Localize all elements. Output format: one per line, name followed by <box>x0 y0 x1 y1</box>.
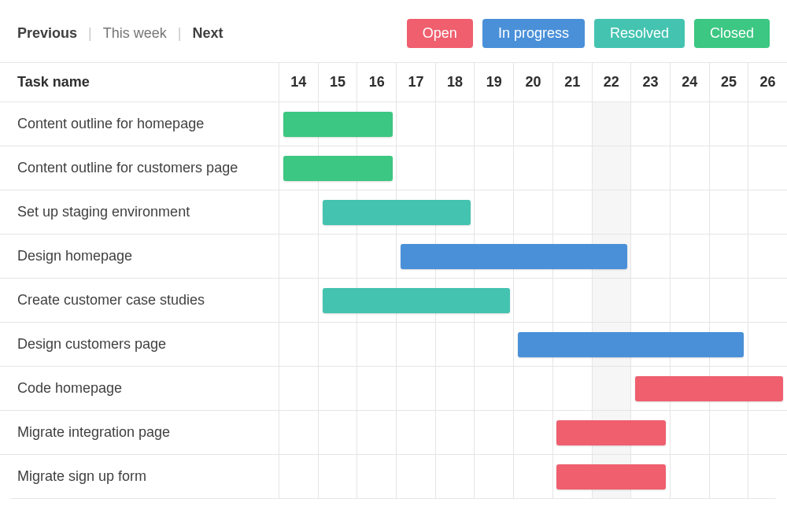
task-bar-area <box>279 146 787 190</box>
task-name[interactable]: Migrate integration page <box>0 411 279 454</box>
task-bar-area <box>279 190 787 234</box>
toolbar: Previous | This week | Next OpenIn progr… <box>0 0 787 62</box>
task-bar[interactable] <box>323 288 510 313</box>
day-headers: 14151617181920212223242526 <box>279 63 787 102</box>
task-row: Create customer case studies <box>0 279 787 323</box>
day-header-19: 19 <box>475 63 514 102</box>
task-bar-area <box>279 367 787 410</box>
task-name[interactable]: Design homepage <box>0 235 279 278</box>
day-header-24: 24 <box>671 63 710 102</box>
task-bar-area <box>279 411 787 454</box>
gantt-chart: Task name 14151617181920212223242526 Con… <box>0 62 787 499</box>
task-bar-area <box>279 323 787 366</box>
task-bar[interactable] <box>556 420 666 445</box>
task-row: Content outline for homepage <box>0 102 787 146</box>
task-bar[interactable] <box>323 200 471 225</box>
task-bar[interactable] <box>556 464 666 490</box>
day-header-16: 16 <box>357 63 397 102</box>
legend-resolved[interactable]: Resolved <box>594 19 685 48</box>
task-name[interactable]: Content outline for customers page <box>0 146 279 190</box>
nav-next[interactable]: Next <box>192 25 223 42</box>
task-name[interactable]: Migrate sign up form <box>0 455 279 498</box>
task-bar[interactable] <box>518 332 745 357</box>
task-name[interactable]: Code homepage <box>0 367 279 410</box>
day-header-22: 22 <box>593 63 632 102</box>
nav-this-week[interactable]: This week <box>103 25 167 42</box>
task-row: Migrate sign up form <box>0 455 787 499</box>
day-header-26: 26 <box>748 63 787 102</box>
task-name[interactable]: Set up staging environment <box>0 190 279 234</box>
day-header-25: 25 <box>710 63 749 102</box>
day-header-18: 18 <box>436 63 475 102</box>
nav-separator: | <box>178 25 182 42</box>
task-name[interactable]: Create customer case studies <box>0 279 279 322</box>
status-legend: OpenIn progressResolvedClosed <box>407 19 770 48</box>
legend-closed[interactable]: Closed <box>694 19 770 48</box>
gantt-view: Previous | This week | Next OpenIn progr… <box>0 0 787 499</box>
task-bar-area <box>279 102 787 146</box>
gantt-body: Content outline for homepageContent outl… <box>0 102 787 499</box>
task-row: Design customers page <box>0 323 787 367</box>
gantt-header-row: Task name 14151617181920212223242526 <box>0 62 787 102</box>
task-bar-area <box>279 279 787 322</box>
legend-in_progress[interactable]: In progress <box>482 19 585 48</box>
task-name-header: Task name <box>0 63 279 102</box>
day-header-23: 23 <box>631 63 671 102</box>
task-row: Set up staging environment <box>0 190 787 235</box>
task-row: Code homepage <box>0 367 787 411</box>
day-header-14: 14 <box>279 63 319 102</box>
day-header-17: 17 <box>397 63 436 102</box>
task-name[interactable]: Design customers page <box>0 323 279 366</box>
nav-separator: | <box>88 25 92 42</box>
task-bar[interactable] <box>635 376 784 401</box>
task-bar[interactable] <box>401 244 627 269</box>
legend-open[interactable]: Open <box>407 19 473 48</box>
task-row: Content outline for customers page <box>0 146 787 190</box>
day-header-20: 20 <box>514 63 553 102</box>
day-header-21: 21 <box>553 63 593 102</box>
task-bar-area <box>279 235 787 278</box>
day-header-15: 15 <box>319 63 358 102</box>
task-bar[interactable] <box>283 112 393 137</box>
date-nav: Previous | This week | Next <box>17 25 223 42</box>
task-bar[interactable] <box>283 156 393 181</box>
nav-previous[interactable]: Previous <box>17 25 77 42</box>
task-row: Design homepage <box>0 235 787 279</box>
task-name[interactable]: Content outline for homepage <box>0 102 279 146</box>
task-row: Migrate integration page <box>0 411 787 455</box>
task-bar-area <box>279 455 787 498</box>
